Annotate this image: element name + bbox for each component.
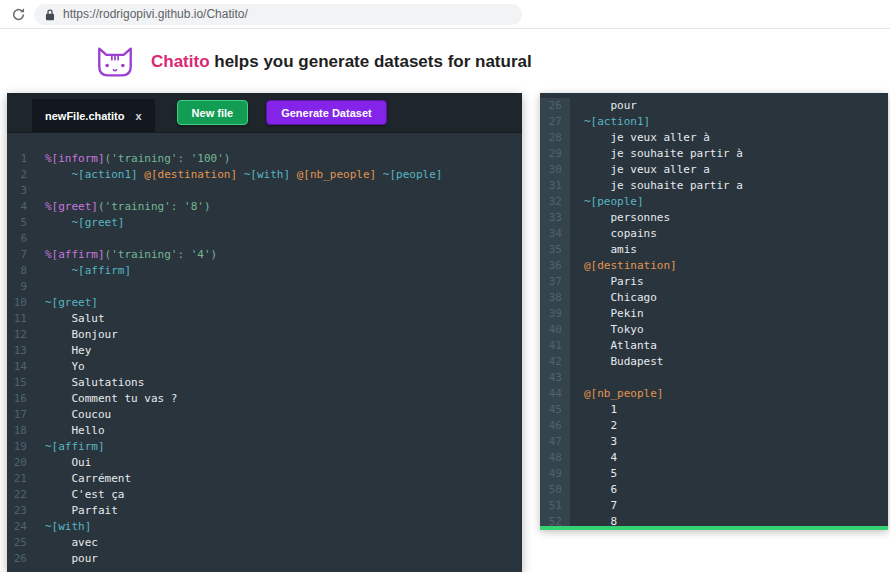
- code-token: [45, 168, 72, 181]
- code-text: Atlanta: [570, 338, 657, 354]
- code-token: [45, 264, 72, 277]
- code-token: [290, 168, 297, 181]
- line-number: 11: [7, 311, 37, 327]
- code-token: [376, 168, 383, 181]
- line-number: 24: [7, 519, 37, 535]
- code-text: Comment tu vas ?: [37, 391, 177, 407]
- code-token: ('training': '4'): [105, 248, 218, 261]
- line-number: 5: [7, 215, 37, 231]
- refresh-button[interactable]: [9, 5, 27, 23]
- code-token: @[nb_people]: [297, 168, 376, 181]
- close-icon[interactable]: x: [135, 108, 141, 124]
- code-text: 7: [570, 498, 617, 514]
- green-accent-bar: [540, 526, 888, 530]
- code-line: 7%[affirm]('training': '4'): [7, 247, 522, 263]
- line-number: 19: [7, 439, 37, 455]
- code-line: 9: [7, 279, 522, 295]
- code-token: Coucou: [45, 408, 111, 421]
- generate-dataset-button[interactable]: Generate Dataset: [266, 100, 387, 125]
- code-token: 1: [584, 403, 617, 416]
- code-token: ~[action1]: [72, 168, 138, 181]
- code-text: ~[people]: [570, 194, 644, 210]
- code-line: 25 avec: [7, 535, 522, 551]
- code-token: je souhaite partir à: [584, 147, 743, 160]
- code-line: 34 copains: [540, 226, 888, 242]
- line-number: 20: [7, 455, 37, 471]
- code-line: 38 Chicago: [540, 290, 888, 306]
- code-line: 39 Pekin: [540, 306, 888, 322]
- line-number: 37: [540, 274, 570, 290]
- code-line: 3: [7, 183, 522, 199]
- code-text: Pekin: [570, 306, 644, 322]
- code-line: 35 amis: [540, 242, 888, 258]
- line-number: 46: [540, 418, 570, 434]
- code-line: 19~[affirm]: [7, 439, 522, 455]
- code-token: Hey: [45, 344, 91, 357]
- code-text: ~[greet]: [37, 215, 124, 231]
- code-text: ~[affirm]: [37, 263, 131, 279]
- code-text: 5: [570, 466, 617, 482]
- url-bar[interactable]: https://rodrigopivi.github.io/Chatito/: [34, 4, 522, 25]
- line-number: 10: [7, 295, 37, 311]
- code-token: je veux aller à: [584, 131, 710, 144]
- url-text: https://rodrigopivi.github.io/Chatito/: [63, 7, 248, 21]
- code-editor-left[interactable]: 1%[inform]('training': '100')2 ~[action1…: [7, 133, 522, 567]
- code-line: 22 C'est ça: [7, 487, 522, 503]
- code-line: 41 Atlanta: [540, 338, 888, 354]
- code-token: %[inform]: [45, 152, 105, 165]
- editor-panel-right: 26 pour27~[action1]28 je veux aller à29 …: [540, 93, 888, 530]
- code-text: Parfait: [37, 503, 118, 519]
- code-token: je veux aller a: [584, 163, 710, 176]
- code-line: 33 personnes: [540, 210, 888, 226]
- code-line: 10~[greet]: [7, 295, 522, 311]
- code-token: Paris: [584, 275, 644, 288]
- code-line: 40 Tokyo: [540, 322, 888, 338]
- code-text: Carrément: [37, 471, 131, 487]
- line-number: 40: [540, 322, 570, 338]
- code-text: [570, 370, 584, 386]
- line-number: 18: [7, 423, 37, 439]
- code-text: amis: [570, 242, 637, 258]
- code-line: 29 je souhaite partir à: [540, 146, 888, 162]
- code-token: je souhaite partir a: [584, 179, 743, 192]
- line-number: 45: [540, 402, 570, 418]
- line-number: 2: [7, 167, 37, 183]
- code-text: 1: [570, 402, 617, 418]
- browser-toolbar: https://rodrigopivi.github.io/Chatito/: [0, 0, 890, 29]
- file-tab[interactable]: newFile.chatito x: [32, 99, 155, 132]
- line-number: 27: [540, 114, 570, 130]
- line-number: 50: [540, 482, 570, 498]
- lock-icon: [45, 8, 55, 21]
- refresh-icon: [11, 7, 26, 22]
- code-line: 17 Coucou: [7, 407, 522, 423]
- new-file-button[interactable]: New file: [177, 100, 249, 125]
- code-editor-right[interactable]: 26 pour27~[action1]28 je veux aller à29 …: [540, 93, 888, 530]
- line-number: 42: [540, 354, 570, 370]
- line-number: 31: [540, 178, 570, 194]
- code-text: 6: [570, 482, 617, 498]
- code-line: 26 pour: [540, 98, 888, 114]
- code-text: %[inform]('training': '100'): [37, 151, 230, 167]
- code-token: ~[people]: [383, 168, 443, 181]
- line-number: 15: [7, 375, 37, 391]
- code-token: Bonjour: [45, 328, 118, 341]
- code-line: 47 3: [540, 434, 888, 450]
- code-text: Salut: [37, 311, 105, 327]
- code-text: Hey: [37, 343, 91, 359]
- code-token: 3: [584, 435, 617, 448]
- line-number: 7: [7, 247, 37, 263]
- code-token: 4: [584, 451, 617, 464]
- code-line: 4%[greet]('training': '8'): [7, 199, 522, 215]
- code-text: Salutations: [37, 375, 144, 391]
- line-number: 21: [7, 471, 37, 487]
- code-token: ~[with]: [244, 168, 290, 181]
- code-line: 6: [7, 231, 522, 247]
- code-text: 4: [570, 450, 617, 466]
- line-number: 28: [540, 130, 570, 146]
- code-line: 36@[destination]: [540, 258, 888, 274]
- code-token: Oui: [45, 456, 91, 469]
- code-line: 14 Yo: [7, 359, 522, 375]
- code-text: Yo: [37, 359, 85, 375]
- page-title-rest: helps you generate datasets for natural …: [210, 52, 533, 71]
- code-token: Chicago: [584, 291, 657, 304]
